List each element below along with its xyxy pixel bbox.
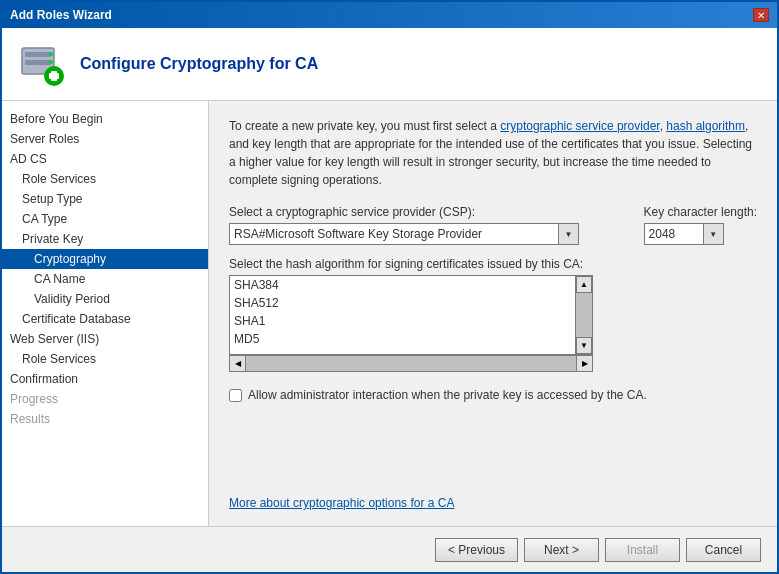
csp-container: Select a cryptographic service provider …: [229, 205, 628, 245]
main-window: Add Roles Wizard ✕ Configure Cryptograph…: [0, 0, 779, 574]
key-length-label: Key character length:: [644, 205, 757, 219]
next-button[interactable]: Next >: [524, 538, 599, 562]
hash-link[interactable]: hash algorithm: [666, 119, 745, 133]
desc-before: To create a new private key, you must fi…: [229, 119, 500, 133]
sidebar: Before You Begin Server Roles AD CS Role…: [2, 101, 209, 526]
sidebar-item-ca-name[interactable]: CA Name: [2, 269, 208, 289]
sidebar-item-progress: Progress: [2, 389, 208, 409]
horiz-scroll-left-btn[interactable]: ◀: [229, 355, 246, 372]
install-button[interactable]: Install: [605, 538, 680, 562]
main-content: To create a new private key, you must fi…: [209, 101, 777, 526]
hash-item-sha1[interactable]: SHA1: [230, 312, 575, 330]
hash-item-md5[interactable]: MD5: [230, 330, 575, 348]
sidebar-item-server-roles[interactable]: Server Roles: [2, 129, 208, 149]
csp-dropdown-btn[interactable]: [558, 224, 578, 244]
checkbox-row: Allow administrator interaction when the…: [229, 388, 757, 402]
sidebar-item-certificate-database[interactable]: Certificate Database: [2, 309, 208, 329]
sidebar-item-private-key[interactable]: Private Key: [2, 229, 208, 249]
hash-item-sha384[interactable]: SHA384: [230, 276, 575, 294]
scroll-up-btn[interactable]: ▲: [576, 276, 592, 293]
title-bar-text: Add Roles Wizard: [10, 8, 112, 22]
hash-section: Select the hash algorithm for signing ce…: [229, 257, 757, 372]
hash-item-sha512[interactable]: SHA512: [230, 294, 575, 312]
csp-link[interactable]: cryptographic service provider: [500, 119, 659, 133]
sidebar-item-ad-cs[interactable]: AD CS: [2, 149, 208, 169]
key-length-dropdown[interactable]: 2048: [644, 223, 724, 245]
sidebar-item-ca-type[interactable]: CA Type: [2, 209, 208, 229]
key-length-container: Key character length: 2048: [644, 205, 757, 245]
svg-point-3: [49, 52, 53, 56]
horiz-scrollbar: ◀ ▶: [229, 355, 593, 372]
header-icon-svg: [18, 40, 66, 88]
svg-point-4: [49, 60, 53, 64]
scroll-down-btn[interactable]: ▼: [576, 337, 592, 354]
sidebar-item-web-server-iis[interactable]: Web Server (IIS): [2, 329, 208, 349]
csp-value: RSA#Microsoft Software Key Storage Provi…: [230, 225, 558, 243]
sidebar-item-confirmation[interactable]: Confirmation: [2, 369, 208, 389]
svg-rect-7: [49, 73, 59, 79]
key-length-value: 2048: [645, 225, 703, 243]
cancel-button[interactable]: Cancel: [686, 538, 761, 562]
csp-label: Select a cryptographic service provider …: [229, 205, 628, 219]
horiz-scroll-right-btn[interactable]: ▶: [576, 355, 593, 372]
svg-rect-2: [25, 60, 51, 65]
hash-label: Select the hash algorithm for signing ce…: [229, 257, 757, 271]
hash-listbox-wrapper: SHA384 SHA512 SHA1 MD5 ▲ ▼: [229, 275, 757, 355]
title-bar: Add Roles Wizard ✕: [2, 2, 777, 28]
sidebar-item-validity-period[interactable]: Validity Period: [2, 289, 208, 309]
sidebar-item-results: Results: [2, 409, 208, 429]
scroll-track[interactable]: [576, 293, 592, 337]
close-button[interactable]: ✕: [753, 8, 769, 22]
svg-rect-1: [25, 52, 51, 57]
description-text: To create a new private key, you must fi…: [229, 117, 757, 189]
admin-interaction-checkbox[interactable]: [229, 389, 242, 402]
content-area: Before You Begin Server Roles AD CS Role…: [2, 101, 777, 526]
wizard-icon: [18, 40, 66, 88]
csp-key-row: Select a cryptographic service provider …: [229, 205, 757, 245]
page-title: Configure Cryptography for CA: [80, 55, 318, 73]
header: Configure Cryptography for CA: [2, 28, 777, 101]
previous-button[interactable]: < Previous: [435, 538, 518, 562]
hash-scrollbar: ▲ ▼: [576, 275, 593, 355]
sidebar-item-role-services-1[interactable]: Role Services: [2, 169, 208, 189]
checkbox-label: Allow administrator interaction when the…: [248, 388, 647, 402]
footer: < Previous Next > Install Cancel: [2, 526, 777, 572]
sidebar-item-role-services-2[interactable]: Role Services: [2, 349, 208, 369]
more-link[interactable]: More about cryptographic options for a C…: [229, 496, 757, 510]
hash-listbox[interactable]: SHA384 SHA512 SHA1 MD5: [229, 275, 576, 355]
sidebar-item-before-you-begin[interactable]: Before You Begin: [2, 109, 208, 129]
csp-dropdown[interactable]: RSA#Microsoft Software Key Storage Provi…: [229, 223, 579, 245]
sidebar-item-setup-type[interactable]: Setup Type: [2, 189, 208, 209]
key-length-dropdown-btn[interactable]: [703, 224, 723, 244]
horiz-scroll-track[interactable]: [246, 355, 576, 372]
sidebar-item-cryptography[interactable]: Cryptography: [2, 249, 208, 269]
